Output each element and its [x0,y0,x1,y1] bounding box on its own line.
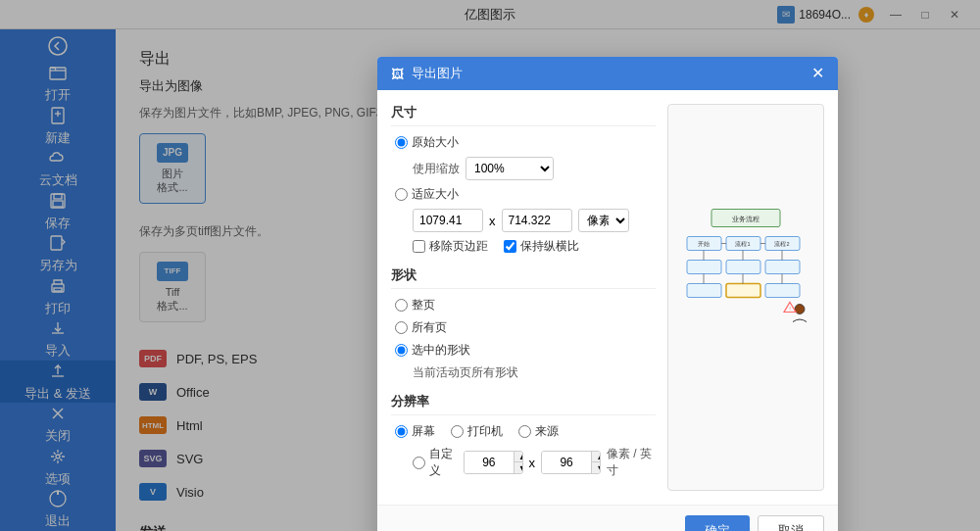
dialog-body: 尺寸 原始大小 使用缩放 100% [377,90,838,505]
dialog-header-left: 🖼 导出图片 [391,65,463,82]
svg-text:开始: 开始 [698,241,710,247]
active-page-label: 当前活动页所有形状 [413,364,518,381]
dialog-header: 🖼 导出图片 ✕ [377,57,838,90]
size-section-title: 尺寸 [391,104,656,126]
custom-val1-spinner: ▲ ▼ [464,451,523,474]
fit-size-radio[interactable] [395,188,408,201]
printer-label: 打印机 [467,423,503,440]
times-icon: x [489,214,496,228]
zoom-label: 使用缩放 [413,161,460,177]
selected-label: 选中的形状 [412,342,470,359]
custom-res-row: 自定义 ▲ ▼ x ▲ [391,446,656,479]
svg-text:流程2: 流程2 [774,240,789,247]
custom-radio[interactable] [413,457,425,469]
remove-margin-checkbox[interactable] [413,240,425,253]
spinner-btns-2: ▲ ▼ [591,451,601,474]
dialog-overlay: 🖼 导出图片 ✕ 尺寸 原始大小 使用缩放 [0,0,980,531]
custom-val2-spinner: ▲ ▼ [541,451,601,474]
unit-select[interactable]: 像素 [578,209,629,232]
fit-size-label: 适应大小 [412,186,459,203]
screen-label: 屏幕 [412,423,435,440]
spinner-btns-1: ▲ ▼ [514,451,523,474]
whole-page-radio-label[interactable]: 整页 [395,297,435,314]
zoom-row: 使用缩放 100% [391,157,656,180]
svg-text:流程1: 流程1 [735,240,750,247]
whole-page-row: 整页 [391,297,656,314]
resolution-section: 分辨率 屏幕 打印机 来源 [391,393,656,479]
screen-radio-label[interactable]: 屏幕 [395,423,435,440]
fit-width-input[interactable] [413,209,483,232]
whole-page-label: 整页 [412,297,435,314]
confirm-button[interactable]: 确定 [685,515,750,531]
custom-radio-label[interactable]: 自定义 [413,446,458,479]
cancel-button[interactable]: 取消 [758,515,824,531]
fit-size-row: 适应大小 [391,186,656,203]
dialog-preview: 业务流程 开始 流程1 流程2 [667,104,824,491]
selected-shapes-row: 选中的形状 [391,342,656,359]
all-pages-radio-label[interactable]: 所有页 [395,319,447,336]
dialog-title: 导出图片 [412,65,463,82]
svg-rect-34 [726,284,760,298]
all-pages-radio[interactable] [395,321,408,334]
shape-section-title: 形状 [391,266,656,289]
keep-ratio-checkbox[interactable] [504,240,516,253]
printer-radio-label[interactable]: 打印机 [451,423,503,440]
original-size-label: 原始大小 [412,134,459,151]
selected-radio[interactable] [395,344,408,357]
svg-rect-27 [687,261,721,274]
svg-text:!: ! [789,306,791,312]
original-size-radio[interactable] [395,136,408,149]
resolution-title: 分辨率 [391,393,656,415]
custom-val2-input[interactable] [542,452,591,473]
spin-down-2[interactable]: ▼ [591,462,601,474]
whole-page-radio[interactable] [395,299,408,312]
source-radio-label[interactable]: 来源 [518,423,559,440]
remove-margin-text: 移除页边距 [429,238,488,255]
svg-text:业务流程: 业务流程 [732,216,760,222]
svg-rect-28 [726,261,760,274]
screen-radio[interactable] [395,425,408,438]
preview-svg: 业务流程 开始 流程1 流程2 [668,105,823,490]
size-section: 尺寸 原始大小 使用缩放 100% [391,104,656,255]
source-label: 来源 [535,423,559,440]
margin-ratio-row: 移除页边距 保持纵横比 [391,238,656,255]
svg-rect-29 [765,261,800,274]
custom-val1-input[interactable] [465,452,514,473]
fit-height-input[interactable] [502,209,572,232]
svg-rect-35 [765,284,800,298]
active-page-row: 当前活动页所有形状 [391,364,656,381]
unit-label: 像素 / 英寸 [607,446,656,479]
custom-label: 自定义 [429,446,458,479]
fit-dims-row: x 像素 [391,209,656,232]
zoom-select[interactable]: 100% [466,157,554,180]
source-radio[interactable] [518,425,531,438]
spin-up-1[interactable]: ▲ [514,451,523,462]
keep-ratio-text: 保持纵横比 [520,238,579,255]
times-icon-2: x [529,456,536,470]
all-pages-row: 所有页 [391,319,656,336]
remove-margin-label[interactable]: 移除页边距 [413,238,488,255]
fit-size-radio-label[interactable]: 适应大小 [395,186,459,203]
spin-up-2[interactable]: ▲ [591,451,601,462]
printer-radio[interactable] [451,425,464,438]
original-size-row: 原始大小 [391,134,656,151]
all-pages-label: 所有页 [412,319,447,336]
dialog-close-button[interactable]: ✕ [811,66,824,81]
dialog-form: 尺寸 原始大小 使用缩放 100% [391,104,656,491]
spin-down-1[interactable]: ▼ [514,462,523,474]
export-image-dialog: 🖼 导出图片 ✕ 尺寸 原始大小 使用缩放 [377,57,838,531]
keep-ratio-label[interactable]: 保持纵横比 [504,238,579,255]
shape-section: 形状 整页 所有页 [391,266,656,381]
resolution-radios: 屏幕 打印机 来源 [391,423,656,440]
dialog-footer: 确定 取消 [377,505,838,531]
selected-radio-label[interactable]: 选中的形状 [395,342,470,359]
svg-rect-33 [687,284,721,298]
dialog-icon: 🖼 [391,67,404,81]
original-size-radio-label[interactable]: 原始大小 [395,134,459,151]
